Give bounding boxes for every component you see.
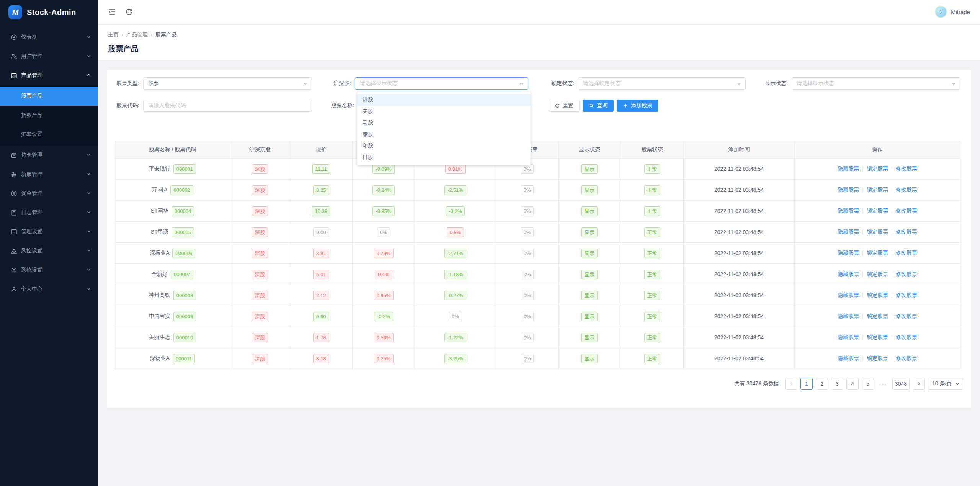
action-lock-link[interactable]: 锁定股票 — [867, 187, 888, 193]
hs-market-label: 沪深股: — [333, 80, 351, 87]
reset-button[interactable]: 重置 — [549, 100, 580, 112]
table-row: 全新好000007深股5.010.4%-1.18%0%显示正常2022-11-0… — [115, 264, 960, 285]
display-status-select[interactable]: 请选择显示状态 — [792, 77, 960, 90]
dropdown-option-印股[interactable]: 印股 — [357, 140, 531, 152]
stock-code-badge: 000008 — [173, 291, 196, 300]
page-button-4[interactable]: 4 — [846, 378, 859, 390]
page-button-1[interactable]: 1 — [800, 378, 813, 390]
collapse-sidebar-icon[interactable] — [108, 8, 116, 16]
action-hide-link[interactable]: 隐藏股票 — [838, 334, 859, 340]
dropdown-option-日股[interactable]: 日股 — [357, 152, 531, 163]
page-ellipsis: ··· — [877, 381, 889, 387]
hs-market-select[interactable]: 请选择显示状态 — [355, 77, 528, 90]
last-page-button[interactable]: 3048 — [892, 378, 910, 390]
action-edit-link[interactable]: 修改股票 — [896, 229, 917, 235]
stock-code-badge: 000007 — [171, 270, 193, 279]
sidebar-item-0[interactable]: 仪表盘 — [0, 28, 98, 47]
action-lock-link[interactable]: 锁定股票 — [867, 229, 888, 235]
market-badge: 深股 — [252, 291, 268, 300]
action-edit-link[interactable]: 修改股票 — [896, 292, 917, 298]
fee-rate-badge: 0% — [521, 333, 534, 342]
action-lock-link[interactable]: 锁定股票 — [867, 292, 888, 298]
dropdown-option-美股[interactable]: 美股 — [357, 106, 531, 117]
column-header: 股票状态 — [621, 141, 684, 159]
breadcrumb-product-management[interactable]: 产品管理 — [126, 31, 148, 38]
page-button-2[interactable]: 2 — [816, 378, 828, 390]
action-lock-link[interactable]: 锁定股票 — [867, 208, 888, 214]
action-edit-link[interactable]: 修改股票 — [896, 208, 917, 214]
sidebar-item-5[interactable]: 资金管理 — [0, 184, 98, 203]
page-size-select[interactable]: 10 条/页 — [928, 378, 963, 390]
page-button-5[interactable]: 5 — [862, 378, 874, 390]
action-lock-link[interactable]: 锁定股票 — [867, 355, 888, 361]
dropdown-option-港股[interactable]: 港股 — [357, 94, 531, 106]
submenu-item-股票产品[interactable]: 股票产品 — [0, 87, 98, 106]
breadcrumb-separator: / — [151, 31, 152, 38]
action-hide-link[interactable]: 隐藏股票 — [838, 250, 859, 256]
sidebar-item-1[interactable]: 用户管理 — [0, 47, 98, 66]
sidebar-item-2[interactable]: 产品管理 — [0, 66, 98, 85]
change1-badge: 0.79% — [374, 249, 394, 258]
table-row: ST星源000005深股0.000%0.9%0%显示正常2022-11-02 0… — [115, 222, 960, 243]
breadcrumb-home[interactable]: 主页 — [108, 31, 119, 38]
refresh-icon[interactable] — [125, 8, 133, 16]
action-hide-link[interactable]: 隐藏股票 — [838, 165, 859, 172]
action-edit-link[interactable]: 修改股票 — [896, 250, 917, 256]
search-button[interactable]: 查询 — [583, 100, 614, 112]
action-separator: | — [862, 292, 864, 298]
dropdown-option-泰股[interactable]: 泰股 — [357, 129, 531, 140]
action-lock-link[interactable]: 锁定股票 — [867, 334, 888, 340]
submenu-item-汇率设置[interactable]: 汇率设置 — [0, 125, 98, 144]
action-lock-link[interactable]: 锁定股票 — [867, 313, 888, 319]
display-status-badge: 显示 — [581, 291, 598, 300]
action-separator: | — [891, 355, 893, 361]
action-lock-link[interactable]: 锁定股票 — [867, 271, 888, 277]
profile-icon — [11, 286, 17, 293]
prev-page-button[interactable] — [785, 378, 797, 390]
action-edit-link[interactable]: 修改股票 — [896, 355, 917, 361]
sidebar-item-4[interactable]: 新股管理 — [0, 165, 98, 184]
stock-status-badge: 正常 — [644, 185, 660, 195]
avatar[interactable]: ツ — [935, 6, 947, 18]
sidebar-item-6[interactable]: 日志管理 — [0, 203, 98, 222]
stock-code-input[interactable]: 请输入股票代码 — [143, 100, 312, 112]
stock-type-value: 股票 — [148, 80, 159, 87]
action-edit-link[interactable]: 修改股票 — [896, 313, 917, 319]
stock-name: 万 科A — [152, 187, 167, 193]
dropdown-option-马股[interactable]: 马股 — [357, 117, 531, 129]
action-hide-link[interactable]: 隐藏股票 — [838, 208, 859, 214]
display-status-badge: 显示 — [581, 227, 598, 237]
stock-table: 股票名称 / 股票代码沪深京股现价手续费率显示状态股票状态添加时间操作 平安银行… — [115, 141, 960, 369]
action-edit-link[interactable]: 修改股票 — [896, 165, 917, 172]
action-lock-link[interactable]: 锁定股票 — [867, 250, 888, 256]
sidebar-item-3[interactable]: 持仓管理 — [0, 146, 98, 165]
page-button-3[interactable]: 3 — [831, 378, 843, 390]
submenu-item-指数产品[interactable]: 指数产品 — [0, 106, 98, 125]
action-hide-link[interactable]: 隐藏股票 — [838, 271, 859, 277]
chevron-down-icon — [87, 286, 91, 292]
change2-badge: -3.25% — [444, 354, 466, 363]
action-edit-link[interactable]: 修改股票 — [896, 271, 917, 277]
sidebar-item-10[interactable]: 个人中心 — [0, 280, 98, 299]
action-hide-link[interactable]: 隐藏股票 — [838, 313, 859, 319]
stock-name: ST国华 — [151, 208, 168, 214]
action-lock-link[interactable]: 锁定股票 — [867, 165, 888, 172]
product-management-icon — [11, 72, 17, 79]
sidebar: M Stock-Admin 仪表盘用户管理产品管理股票产品指数产品汇率设置持仓管… — [0, 0, 98, 486]
action-hide-link[interactable]: 隐藏股票 — [838, 229, 859, 235]
action-hide-link[interactable]: 隐藏股票 — [838, 187, 859, 193]
action-hide-link[interactable]: 隐藏股票 — [838, 292, 859, 298]
add-stock-button[interactable]: 添加股票 — [617, 100, 658, 112]
action-edit-link[interactable]: 修改股票 — [896, 187, 917, 193]
sidebar-item-7[interactable]: 管理设置 — [0, 222, 98, 241]
action-separator: | — [862, 187, 864, 193]
sidebar-item-8[interactable]: 风控设置 — [0, 241, 98, 260]
lock-status-select[interactable]: 请选择锁定状态 — [578, 77, 746, 90]
next-page-button[interactable] — [913, 378, 925, 390]
action-hide-link[interactable]: 隐藏股票 — [838, 355, 859, 361]
action-edit-link[interactable]: 修改股票 — [896, 334, 917, 340]
stock-type-select[interactable]: 股票 — [143, 77, 312, 90]
sidebar-item-9[interactable]: 系统设置 — [0, 260, 98, 280]
action-separator: | — [862, 334, 864, 340]
username[interactable]: Mitrade — [951, 9, 970, 15]
